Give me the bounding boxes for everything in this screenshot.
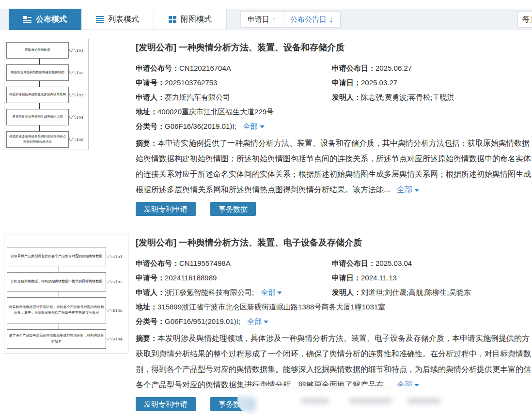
chevron-down-icon (277, 291, 282, 294)
field-inventor: 发明人：陈志强;黄勇波;蒋青松;王晓洪 (332, 90, 532, 105)
flowchart-connector (39, 81, 40, 87)
field-pub-no: 申请公布号：CN120216704A (136, 61, 332, 76)
patent-figure-thumbnail[interactable]: 获取目标产品类别所包含的各个产品型号对应的原始舆情数据 S101 分析原始舆情数… (4, 234, 128, 353)
patent-type-badge: [发明公布] (136, 238, 176, 247)
flowchart-tag: 101 (69, 47, 86, 53)
patent-record: [发明公布] 一种舆情分析方法、装置、设备和存储介质 申请公布号：CN12021… (136, 41, 532, 216)
patent-abstract: 摘要：本发明涉及舆情处理领域，具体涉及一种舆情分析方法、装置、电子设备及存储介质… (136, 331, 532, 393)
tab-figure-mode[interactable]: 附图模式 (154, 9, 227, 30)
flowchart-step: 分析原始舆情数据，得到原始舆情数据中携带的目标舆情数据 S102 (7, 272, 125, 291)
field-address: 地址：315899浙江省宁波市北仑区新碶街道岷山路1388号商务大厦1幢1031… (136, 300, 532, 314)
invention-application-button[interactable]: 发明专利申请 (136, 202, 196, 216)
view-mode-toolbar: 公布模式 列表模式 附图模式 申请日 ↑ 公布公告日 ↓ 每页 (0, 9, 532, 30)
flowchart-step: 根据所述原始舆情数据构建初始舆情图 102 (6, 64, 86, 81)
patent-title: 一种舆情分析方法、装置、设备和存储介质 (179, 43, 344, 52)
field-applicant: 申请人：赛力斯汽车有限公司 (136, 90, 332, 105)
field-classification: 分类号：G06F16/36(2019.01)I;全部 (136, 119, 532, 134)
sort-by-apply-date[interactable]: 申请日 ↑ (241, 12, 283, 27)
watermark-streak (349, 398, 392, 404)
flowchart-connector (39, 103, 40, 109)
field-app-date: 申请日：2024.11.13 (332, 271, 532, 285)
field-pub-no: 申请公布号：CN119557498A (136, 256, 332, 271)
abstract-all-link[interactable]: 全部 (397, 185, 419, 194)
abstract-line: 始舆情数据构建初始舆情图；所述初始舆情图包括节点间的连接关系，所述节点对应所述原… (136, 151, 532, 167)
flowchart-tag: 105 (69, 137, 86, 142)
chevron-down-icon (264, 321, 268, 323)
transaction-data-button[interactable]: 事务数据 (210, 202, 256, 216)
chevron-down-icon (414, 189, 419, 192)
flowchart-step: 获取目标产品类别所包含的各个产品型号对应的原始舆情数据 S101 (7, 247, 125, 266)
flowchart-connector (59, 266, 59, 272)
flowchart-box: 根据所述初始舆情图生成舆情热点图 (6, 109, 69, 125)
field-classification: 分类号：G06F16/951(2019.01)I;全部 (136, 314, 532, 329)
patent-record: [发明公布] 一种舆情分析方法、装置、电子设备及存储介质 申请公布号：CN119… (136, 236, 532, 411)
page-size-value: 页 (530, 15, 532, 24)
page-size-text: 每 (522, 15, 530, 24)
record-divider (0, 222, 532, 222)
arrow-down-icon: ↓ (329, 15, 333, 24)
flowchart-step: 根据所述多层舆情关系网和所述舆情热点图得到舆情分析结果 105 (6, 131, 86, 148)
sort-label: 申请日 (248, 15, 269, 24)
page-size-select[interactable]: 每页 (517, 11, 532, 28)
tab-label: 附图模式 (181, 15, 212, 25)
flowchart-box: 根据所述多层舆情关系网和所述舆情热点图得到舆情分析结果 (6, 131, 69, 148)
figure-mode-icon (169, 16, 176, 23)
field-app-date: 申请日：2025.03.27 (332, 76, 532, 90)
tab-publish-mode[interactable]: 公布模式 (9, 9, 81, 30)
flowchart-tag: S101 (106, 254, 125, 259)
tab-label: 公布模式 (36, 15, 67, 25)
abstract-line: 的连接关系对应于所述命名实体间的实体关系；根据所述初始舆情图生成多层舆情关系网；… (136, 167, 532, 182)
sort-by-publish-date[interactable]: 公布公告日 ↓ (283, 12, 340, 27)
patent-figure-thumbnail[interactable]: 获取原始舆情数据 101 根据所述原始舆情数据构建初始舆情图 102 根据所述初… (4, 39, 89, 150)
flowchart-box: 基于各个产品型号对应的舆情数据集进行舆情分析，得到舆情分析结果 (7, 329, 106, 349)
flowchart-tag: 102 (69, 70, 86, 76)
list-mode-icon (96, 16, 104, 23)
flowchart-step: 对目标舆情数据进行分层识别，得到各个产品型号对应的舆情数据集，其中，舆情数据集包… (7, 297, 125, 323)
chevron-down-icon (260, 125, 265, 128)
patent-abstract: 摘要：本申请实施例提供了一种舆情分析方法、装置、设备和存储介质，其中舆情分析方法… (136, 136, 532, 198)
tab-label: 列表模式 (108, 15, 139, 25)
flowchart-step: 基于各个产品型号对应的舆情数据集进行舆情分析，得到舆情分析结果 S104 (7, 329, 125, 349)
flowchart-connector (39, 125, 40, 131)
patent-title-link[interactable]: [发明公布] 一种舆情分析方法、装置、电子设备及存储介质 (136, 237, 532, 248)
flowchart-box: 根据所述原始舆情数据构建初始舆情图 (6, 64, 69, 81)
flowchart-tag: S102 (106, 279, 125, 284)
patent-type-badge: [发明公布] (136, 43, 176, 52)
tab-list-mode[interactable]: 列表模式 (81, 9, 154, 30)
flowchart-tag: 104 (69, 114, 86, 120)
flowchart-tag: 103 (69, 92, 86, 98)
flowchart-box: 分析原始舆情数据，得到原始舆情数据中携带的目标舆情数据 (7, 272, 106, 291)
abstract-line: 摘要：本申请实施例提供了一种舆情分析方法、装置、设备和存储介质，其中舆情分析方法… (136, 136, 532, 151)
sort-label: 公布公告日 (290, 15, 327, 24)
patent-title: 一种舆情分析方法、装置、电子设备及存储介质 (179, 238, 362, 247)
view-mode-tabs: 公布模式 列表模式 附图模式 (9, 9, 227, 30)
flowchart-connector (59, 323, 59, 329)
field-address: 地址：400020重庆市江北区福生大道229号 (136, 105, 532, 119)
flowchart-step: 根据所述初始舆情图生成舆情热点图 104 (6, 109, 86, 125)
invention-application-button[interactable]: 发明专利申请 (136, 397, 196, 411)
abstract-line: 别，得到各个产品型号对应的舆情数据集。能够深入挖掘舆情数据的细节和特点，为后续的… (136, 362, 532, 377)
field-app-no: 申请号：2024116188989 (136, 271, 332, 285)
flowchart-step: 获取原始舆情数据 101 (6, 42, 86, 59)
watermark-streak (300, 398, 329, 404)
flowchart-connector (59, 291, 59, 297)
watermark-blur (237, 386, 465, 414)
patent-fields: 申请公布号：CN120216704A 申请公布日：2025.06.27 申请号：… (136, 61, 532, 134)
classification-all-link[interactable]: 全部 (243, 122, 265, 130)
watermark-streak (407, 398, 441, 404)
record-actions: 发明专利申请 事务数据 (136, 202, 532, 216)
applicant-all-link[interactable]: 全部 (261, 288, 282, 296)
flowchart-connector (39, 59, 40, 64)
abstract-line: 根据所述多层舆情关系网和所述舆情热点图得到舆情分析结果。该方法能...全部 (136, 182, 532, 198)
flowchart-step: 根据所述初始舆情图生成多层舆情关系网 103 (6, 87, 86, 103)
classification-all-link[interactable]: 全部 (247, 317, 268, 325)
field-app-no: 申请号：2025103762753 (136, 76, 332, 90)
field-pub-date: 申请公布日：2025.03.04 (332, 256, 532, 271)
patent-fields: 申请公布号：CN119557498A 申请公布日：2025.03.04 申请号：… (136, 256, 532, 329)
flowchart-box: 根据所述初始舆情图生成多层舆情关系网 (6, 87, 69, 103)
abstract-line: 摘要：本发明涉及舆情处理领域，具体涉及一种舆情分析方法、装置、电子设备及存储介质… (136, 331, 532, 346)
patent-title-link[interactable]: [发明公布] 一种舆情分析方法、装置、设备和存储介质 (136, 42, 532, 53)
flowchart-tag: S103 (106, 308, 125, 313)
abstract-line: 获取到舆情分析结果的整个过程形成了一个闭环，确保了舆情分析的连贯性和准确性。在分… (136, 346, 532, 362)
flowchart-box: 获取原始舆情数据 (6, 42, 69, 59)
